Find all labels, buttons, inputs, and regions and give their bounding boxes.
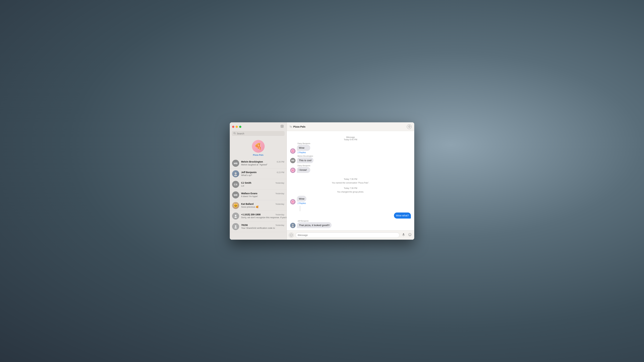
svg-point-8 (292, 224, 294, 226)
conv-top-kat: Kat Ballard Yesterday (241, 203, 284, 205)
system-msg-text-1: You named the conversation "Pizza Pals". (290, 182, 411, 184)
apps-button[interactable] (289, 233, 294, 238)
avatar-daisy-2: 🌸 (290, 168, 296, 173)
sender-name-daisy-1: Daisy Benjamin (297, 142, 310, 144)
message-input[interactable] (296, 232, 400, 238)
conv-top-wallace: Wallace Evans Yesterday (241, 192, 284, 195)
conv-preview-melvin: Melvin laughed at "Agreed" (241, 163, 268, 166)
msg-content-daisy-wow: Daisy Benjamin Wow 2 Replies (297, 142, 310, 154)
conv-content-melvin: Melvin Brockington 6:26 PM Melvin laughe… (241, 160, 284, 166)
group-icon: 🍕 (252, 140, 265, 153)
conv-top-melvin: Melvin Brockington 6:26 PM (241, 160, 284, 163)
message-row-daisy-wow: 🌸 Daisy Benjamin Wow 2 Replies (290, 142, 411, 154)
avatar-kat: 🐱 (232, 202, 239, 209)
conversation-item-cj[interactable]: CS CJ Smith Yesterday Lol (230, 179, 286, 190)
group-emoji: 🍕 (254, 143, 262, 150)
system-group-2: Today 7:36 PM You changed the group phot… (290, 186, 411, 193)
svg-point-7 (234, 227, 237, 228)
system-msg-text-2: You changed the group photo. (290, 191, 411, 193)
conv-preview-kat: Sooo precious 🥰 (241, 206, 258, 208)
msg-content-jeff: Jeff Benjamin That pizza, it looked good… (297, 220, 332, 228)
search-bar[interactable] (232, 131, 284, 136)
bubble-outgoing: Wow what? (394, 213, 411, 219)
svg-point-2 (234, 172, 237, 174)
avatar-melvin: MB (232, 160, 239, 167)
conv-top-phone: +1 (415) 200-1908 Yesterday (241, 213, 284, 216)
msg-content-daisy-wow2: Wow 2 Replies (297, 196, 306, 205)
conversation-item-melvin[interactable]: MB Melvin Brockington 6:26 PM Melvin lau… (230, 158, 286, 169)
thread-line (300, 206, 300, 211)
svg-point-15 (410, 234, 410, 234)
replies-link-1[interactable]: 2 Replies (297, 151, 310, 154)
conv-time-jeff: 6:23 PM (277, 171, 284, 174)
conversation-item-wallace[interactable]: WE Wallace Evans Yesterday It does! I'm … (230, 190, 286, 200)
conv-preview-jeff: What's up? (241, 174, 252, 176)
bubble-daisy-wow: Wow (297, 145, 310, 151)
bubble-daisy-iknow: I know! (297, 167, 310, 173)
conversation-item-phone[interactable]: +1 (415) 200-1908 Yesterday Sorry, we do… (230, 211, 286, 221)
msg-content-melvin: Melvin Brockington This is cool (297, 155, 314, 163)
avatar-cj: CS (232, 181, 239, 188)
titlebar (230, 122, 286, 131)
replies-link-2[interactable]: 2 Replies (297, 202, 306, 204)
conv-name-jeff: Jeff Benjamin (241, 171, 256, 174)
avatar-78156 (232, 223, 239, 230)
conv-time-wallace: Yesterday (276, 192, 284, 195)
svg-point-6 (235, 225, 236, 227)
avatar-wallace: WE (232, 191, 239, 198)
conv-top-jeff: Jeff Benjamin 6:23 PM (241, 171, 284, 174)
conversation-item-78156[interactable]: 78156 Yesterday Your ShareGrid verificat… (230, 221, 286, 232)
close-button[interactable] (232, 126, 234, 128)
audio-button[interactable] (401, 232, 406, 238)
svg-rect-11 (403, 233, 404, 235)
conv-preview-cj: Lol (241, 185, 244, 187)
msg-content-daisy-iknow: Daisy Benjamin I know! (297, 165, 310, 173)
svg-point-5 (234, 217, 237, 218)
conv-name-kat: Kat Ballard (241, 203, 254, 205)
avatar-jeff-chat (290, 223, 296, 228)
traffic-lights (232, 126, 241, 128)
sender-name-melvin: Melvin Brockington (297, 155, 314, 157)
search-input[interactable] (237, 132, 283, 135)
system-group-1: Today 7:36 PM You named the conversation… (290, 177, 411, 184)
message-row-daisy-iknow: 🌸 Daisy Benjamin I know! (290, 165, 411, 173)
conv-top-78156: 78156 Yesterday (241, 224, 284, 226)
message-row-melvin: MB Melvin Brockington This is cool (290, 155, 411, 163)
conv-time-cj: Yesterday (276, 182, 284, 184)
sender-name-jeff: Jeff Benjamin (297, 220, 332, 222)
message-row-daisy-wow2: 🌸 Wow 2 Replies (290, 196, 411, 205)
conversation-item-jeff[interactable]: Jeff Benjamin 6:23 PM What's up? (230, 169, 286, 179)
bubble-jeff: That pizza, it looked good!!! (297, 222, 332, 228)
avatar-daisy-3: 🌸 (290, 199, 296, 204)
message-row-outgoing-wow: Wow what? (290, 213, 411, 219)
fullscreen-button[interactable] (239, 126, 241, 128)
chat-header: To: Pizza Pals ⓘ (287, 122, 414, 131)
info-button[interactable]: ⓘ (407, 124, 412, 129)
message-row-jeff: Jeff Benjamin That pizza, it looked good… (290, 220, 411, 228)
conv-content-wallace: Wallace Evans Yesterday It does! I'm hyp… (241, 192, 284, 198)
sidebar: 🍕 Pizza Pals MB Melvin Brockington 6:26 … (230, 122, 287, 240)
group-avatar: 🍕 Pizza Pals (243, 140, 273, 157)
chat-input-area (287, 230, 414, 240)
emoji-button[interactable] (408, 232, 412, 238)
avatar-jeff (232, 170, 239, 177)
conv-content-cj: CJ Smith Yesterday Lol (241, 182, 284, 187)
conversation-item-kat[interactable]: 🐱 Kat Ballard Yesterday Sooo precious 🥰 (230, 200, 286, 211)
svg-point-1 (234, 132, 235, 134)
thread-line-container (298, 206, 411, 211)
conv-name-wallace: Wallace Evans (241, 192, 258, 195)
conv-time-melvin: 6:26 PM (277, 161, 284, 163)
conv-preview-phone: Sorry, we don't recognize this response.… (241, 216, 286, 219)
compose-button[interactable] (280, 124, 284, 129)
conv-preview-78156: Your ShareGrid verification code is: (241, 227, 275, 229)
svg-point-9 (292, 226, 294, 227)
group-name-label: Pizza Pals (253, 154, 264, 156)
conversation-list: MB Melvin Brockington 6:26 PM Melvin lau… (230, 158, 286, 240)
minimize-button[interactable] (236, 126, 238, 128)
group-avatar-container: 🍕 Pizza Pals (230, 137, 286, 158)
bubble-daisy-wow2: Wow (297, 196, 306, 202)
avatar-phone (232, 213, 239, 220)
timestamp-imessage: iMessage Today 6:45 PM (290, 136, 411, 141)
conv-content-kat: Kat Ballard Yesterday Sooo precious 🥰 (241, 203, 284, 208)
conv-time-78156: Yesterday (276, 224, 284, 226)
